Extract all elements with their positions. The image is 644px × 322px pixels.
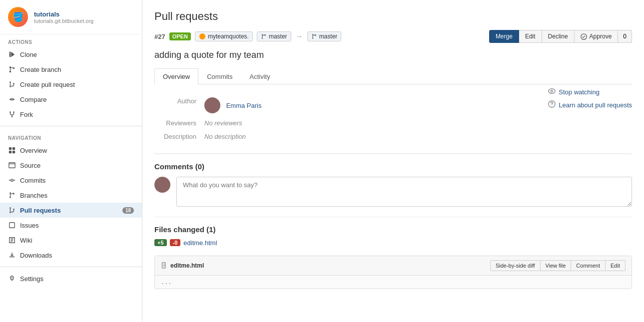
file-diff-content: ... xyxy=(155,276,632,289)
diff-dots: ... xyxy=(161,279,172,286)
svg-point-19 xyxy=(9,212,11,213)
pr-meta-bar: #27 OPEN myteamquotes. master → master M… xyxy=(154,30,632,43)
repo-name[interactable]: tutorials xyxy=(34,10,93,18)
overview-icon xyxy=(8,146,16,154)
file-stat-row: +5 -0 editme.html xyxy=(154,239,217,247)
navigation-section-title: NAVIGATION xyxy=(0,130,142,143)
svg-point-16 xyxy=(9,197,11,198)
source-repo-icon xyxy=(199,33,206,40)
sidebar-item-create-branch[interactable]: Create branch xyxy=(0,62,142,77)
reviewers-label: Reviewers xyxy=(154,116,204,130)
stat-additions: +5 xyxy=(154,239,167,246)
file-diff-actions: Side-by-side diff View file Comment Edit xyxy=(490,260,626,271)
author-label: Author xyxy=(154,94,204,116)
reviewers-row: Reviewers No reviewers xyxy=(154,116,632,130)
svg-point-20 xyxy=(13,209,14,210)
svg-point-1 xyxy=(9,71,11,73)
files-changed-section: Files changed (1) +5 -0 editme.html edit… xyxy=(154,217,632,289)
tab-overview[interactable]: Overview xyxy=(154,68,198,84)
downloads-icon xyxy=(8,251,16,259)
svg-point-27 xyxy=(312,38,313,39)
edit-button[interactable]: Edit xyxy=(519,30,542,43)
repo-url: tutorials.git.bitbucket.org xyxy=(34,18,93,24)
compare-icon xyxy=(8,95,16,103)
svg-point-2 xyxy=(13,67,15,69)
branches-icon xyxy=(8,191,16,199)
decline-button[interactable]: Decline xyxy=(542,30,575,43)
sidebar-item-issues[interactable]: Issues xyxy=(0,218,142,233)
commenter-avatar xyxy=(154,177,170,193)
commits-icon xyxy=(8,176,16,184)
tabs: Overview Commits Activity xyxy=(154,68,632,84)
file-diff-box: editme.html Side-by-side diff View file … xyxy=(154,256,632,289)
svg-point-31 xyxy=(551,90,553,92)
files-changed-title: Files changed (1) xyxy=(154,225,632,234)
sidebar-item-downloads[interactable]: Downloads xyxy=(0,248,142,263)
svg-point-26 xyxy=(312,34,313,35)
sidebar-item-commits[interactable]: Commits xyxy=(0,173,142,188)
svg-point-7 xyxy=(13,111,14,113)
repo-avatar: 🪣 xyxy=(8,7,28,27)
reviewers-value: No reviewers xyxy=(204,116,632,130)
sidebar-item-fork[interactable]: Fork xyxy=(0,107,142,122)
approve-count[interactable]: 0 xyxy=(618,30,632,43)
pullrequest-icon xyxy=(8,80,16,88)
pull-requests-badge: 18 xyxy=(122,207,134,214)
comment-input[interactable] xyxy=(176,177,632,207)
comment-area xyxy=(154,177,632,207)
sidebar: 🪣 tutorials tutorials.git.bitbucket.org … xyxy=(0,0,142,322)
pr-title: adding a quote for my team xyxy=(154,50,632,60)
source-branch-icon xyxy=(261,33,267,39)
target-branch-icon xyxy=(311,33,317,39)
sidebar-item-compare[interactable]: Compare xyxy=(0,92,142,107)
tab-commits[interactable]: Commits xyxy=(198,68,241,84)
pr-status-badge: OPEN xyxy=(169,32,191,40)
author-avatar xyxy=(204,97,220,113)
view-file-button[interactable]: View file xyxy=(541,260,572,271)
sidebar-item-wiki[interactable]: Wiki xyxy=(0,233,142,248)
description-value: No description xyxy=(204,130,632,143)
svg-rect-10 xyxy=(12,147,15,150)
svg-rect-21 xyxy=(9,223,15,228)
eye-icon xyxy=(548,87,556,96)
pr-action-buttons: Merge Edit Decline Approve 0 xyxy=(489,30,632,43)
sidebar-item-settings[interactable]: Settings xyxy=(0,271,142,286)
tab-content-wrapper: Author Emma Paris Reviewers No reviewers… xyxy=(154,84,632,289)
source-icon xyxy=(8,161,16,169)
svg-point-6 xyxy=(9,111,11,113)
clone-icon xyxy=(8,50,16,58)
wiki-icon xyxy=(8,236,16,244)
sidebar-divider-2 xyxy=(0,267,142,267)
stop-watching-link[interactable]: Stop watching xyxy=(548,87,632,96)
comment-diff-button[interactable]: Comment xyxy=(571,260,606,271)
pr-target-branch: master xyxy=(307,31,342,41)
merge-button[interactable]: Merge xyxy=(489,30,519,43)
svg-point-23 xyxy=(262,34,263,35)
tab-activity[interactable]: Activity xyxy=(241,68,278,84)
sidebar-item-branches[interactable]: Branches xyxy=(0,188,142,203)
settings-icon xyxy=(8,275,16,283)
actions-section-title: ACTIONS xyxy=(0,34,142,47)
side-actions: Stop watching Learn about pull requests xyxy=(548,84,632,109)
sidebar-item-create-pull-request[interactable]: Create pull request xyxy=(0,77,142,92)
repo-info: tutorials tutorials.git.bitbucket.org xyxy=(34,10,93,24)
side-by-side-diff-button[interactable]: Side-by-side diff xyxy=(490,260,541,271)
sidebar-item-source[interactable]: Source xyxy=(0,158,142,173)
sidebar-item-overview[interactable]: Overview xyxy=(0,143,142,158)
file-diff-header: editme.html Side-by-side diff View file … xyxy=(155,256,632,276)
file-link[interactable]: editme.html xyxy=(183,239,217,247)
approve-button[interactable]: Approve xyxy=(575,30,619,43)
svg-point-15 xyxy=(9,192,11,194)
edit-diff-button[interactable]: Edit xyxy=(606,260,626,271)
svg-rect-11 xyxy=(9,151,11,153)
author-name[interactable]: Emma Paris xyxy=(226,102,262,109)
svg-point-3 xyxy=(9,81,11,83)
learn-about-link[interactable]: Learn about pull requests xyxy=(548,100,632,109)
sidebar-item-clone[interactable]: Clone xyxy=(0,47,142,62)
issues-icon xyxy=(8,221,16,229)
svg-point-8 xyxy=(11,116,13,117)
sidebar-header: 🪣 tutorials tutorials.git.bitbucket.org xyxy=(0,0,142,34)
sidebar-item-pull-requests[interactable]: Pull requests 18 xyxy=(0,203,142,218)
branch-icon xyxy=(8,65,16,73)
comments-title: Comments (0) xyxy=(154,154,632,177)
